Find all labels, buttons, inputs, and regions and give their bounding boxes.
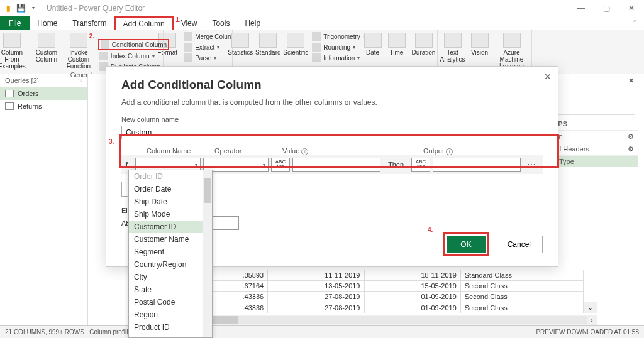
text-analytics-button[interactable]: Text Analytics	[439, 31, 467, 70]
info-icon: i	[301, 148, 308, 155]
cancel-button[interactable]: Cancel	[496, 236, 543, 253]
tab-transform[interactable]: Transform	[65, 16, 114, 30]
index-column-button[interactable]: Index Column▾	[98, 51, 169, 61]
status-columns-rows: 21 COLUMNS, 999+ ROWS	[5, 329, 84, 335]
status-preview-time: PREVIEW DOWNLOADED AT 01:58	[536, 329, 639, 335]
table-row[interactable]: 19.4333627-08-201901-09-2019Second Class	[183, 292, 597, 302]
dropdown-scrollbar[interactable]	[203, 170, 212, 337]
dropdown-option[interactable]: Category	[129, 334, 212, 338]
applied-step[interactable]: ed Headers⚙	[550, 143, 638, 155]
applied-steps-header: EPS	[550, 117, 638, 130]
dropdown-option[interactable]: State	[129, 283, 212, 296]
custom-column-button[interactable]: Custom Column	[33, 31, 60, 72]
column-from-examples-button[interactable]: Column From Examples	[0, 31, 30, 72]
header-output: Output	[423, 147, 444, 155]
table-row[interactable]: 17.0589311-11-201918-11-2019Standard Cla…	[183, 270, 597, 281]
close-button[interactable]: ✕	[619, 0, 644, 16]
dropdown-option[interactable]: Segment	[129, 246, 212, 258]
status-bar: 21 COLUMNS, 999+ ROWS Column profiling b…	[0, 325, 644, 338]
date-button[interactable]: Date	[362, 31, 384, 66]
annotation-3: 3.	[109, 138, 114, 145]
dropdown-option[interactable]: Ship Date	[129, 195, 212, 208]
annotation-2: 2.	[89, 33, 160, 40]
tab-add-column-label: Add Column	[123, 19, 165, 28]
annotation-4: 4.	[428, 226, 433, 233]
queries-pane: Queries [2] ‹ Orders Returns	[0, 74, 88, 325]
dropdown-option[interactable]: Customer Name	[129, 233, 212, 246]
dropdown-option[interactable]: Product ID	[129, 321, 212, 334]
statistics-button[interactable]: Statistics	[228, 31, 253, 66]
dropdown-option[interactable]: Order Date	[129, 183, 212, 195]
output-input[interactable]	[433, 158, 521, 172]
close-settings-icon[interactable]: ✕	[628, 77, 634, 85]
dropdown-option[interactable]: Customer ID	[129, 221, 212, 233]
title-bar: ▮ 💾 ▾ Untitled - Power Query Editor — ▢ …	[0, 0, 644, 16]
dialog-close-icon[interactable]: ✕	[544, 72, 552, 82]
window-title: Untitled - Power Query Editor	[47, 4, 145, 13]
qat-dropdown-icon[interactable]: ▾	[28, 3, 39, 14]
trigonometry-button[interactable]: Trigonometry▾	[311, 31, 367, 41]
info-icon: i	[446, 148, 453, 155]
standard-button[interactable]: Standard	[255, 31, 280, 66]
rounding-button[interactable]: Rounding▾	[311, 42, 367, 52]
tab-home[interactable]: Home	[30, 16, 65, 30]
vision-button[interactable]: Vision	[469, 31, 491, 70]
table-row[interactable]: 18.6716413-05-201915-05-2019Second Class	[183, 281, 597, 292]
duration-button[interactable]: Duration	[410, 31, 438, 66]
maximize-button[interactable]: ▢	[594, 0, 619, 16]
ribbon-collapse-icon[interactable]: ⌃	[626, 16, 644, 30]
header-operator: Operator	[214, 147, 282, 155]
data-table: 17.0589311-11-201918-11-2019Standard Cla…	[182, 270, 638, 325]
more-options-icon[interactable]: ⋯	[523, 160, 536, 170]
operator-combo[interactable]: ▾	[203, 158, 269, 172]
query-settings-pane: S✕ EPS ion⚙ ed Headers⚙ d Type	[550, 74, 638, 167]
ribbon-tabs: File Home Transform Add Column 1. View T…	[0, 16, 644, 30]
queries-header: Queries [2]	[5, 77, 39, 84]
query-item-orders[interactable]: Orders	[0, 87, 87, 100]
output-type-button[interactable]: ABC123	[411, 158, 430, 172]
table-icon	[5, 90, 14, 97]
header-column-name: Column Name	[147, 147, 214, 155]
new-column-name-input[interactable]	[121, 126, 203, 139]
dropdown-option[interactable]: Postal Code	[129, 296, 212, 308]
ok-button[interactable]: OK	[447, 236, 485, 253]
dropdown-option[interactable]: Ship Mode	[129, 208, 212, 221]
annotation-1: 1.	[175, 16, 180, 23]
tab-help[interactable]: Help	[237, 16, 268, 30]
time-button[interactable]: Time	[386, 31, 408, 66]
table-row[interactable]: 20.4333627-08-201901-09-2019Second Class…	[183, 302, 597, 313]
header-value: Value	[282, 147, 299, 155]
tab-add-column[interactable]: Add Column 1.	[114, 16, 174, 30]
column-name-dropdown: Order IDOrder DateShip DateShip ModeCust…	[128, 170, 213, 338]
tab-tools[interactable]: Tools	[204, 16, 237, 30]
conditional-column-button[interactable]: Conditional Column	[98, 39, 169, 50]
query-item-returns[interactable]: Returns	[0, 100, 87, 112]
dropdown-option[interactable]: City	[129, 271, 212, 283]
value-type-button[interactable]: ABC123	[271, 158, 290, 172]
app-icon: ▮	[3, 3, 14, 14]
then-label: Then	[383, 161, 409, 168]
applied-step[interactable]: d Type	[550, 155, 638, 167]
annotation-box-4: OK	[443, 232, 489, 256]
dialog-title: Add Conditional Column	[121, 78, 543, 92]
information-button[interactable]: Information▾	[311, 53, 367, 63]
tab-file[interactable]: File	[0, 16, 30, 30]
save-icon[interactable]: 💾	[15, 3, 26, 14]
applied-step[interactable]: ion⚙	[550, 130, 638, 143]
scientific-button[interactable]: Scientific	[283, 31, 308, 66]
azure-ml-button[interactable]: Azure Machine Learning	[493, 31, 531, 70]
dropdown-option[interactable]: Region	[129, 308, 212, 321]
dialog-description: Add a conditional column that is compute…	[121, 98, 543, 107]
new-column-name-label: New column name	[121, 116, 543, 123]
minimize-button[interactable]: —	[569, 0, 594, 16]
dropdown-option[interactable]: Order ID	[129, 170, 212, 183]
dropdown-option[interactable]: Country/Region	[129, 258, 212, 271]
if-label: If	[124, 161, 133, 168]
table-icon	[5, 102, 14, 110]
horizontal-scrollbar[interactable]: ‹›	[203, 315, 597, 325]
value-input[interactable]	[292, 158, 380, 172]
